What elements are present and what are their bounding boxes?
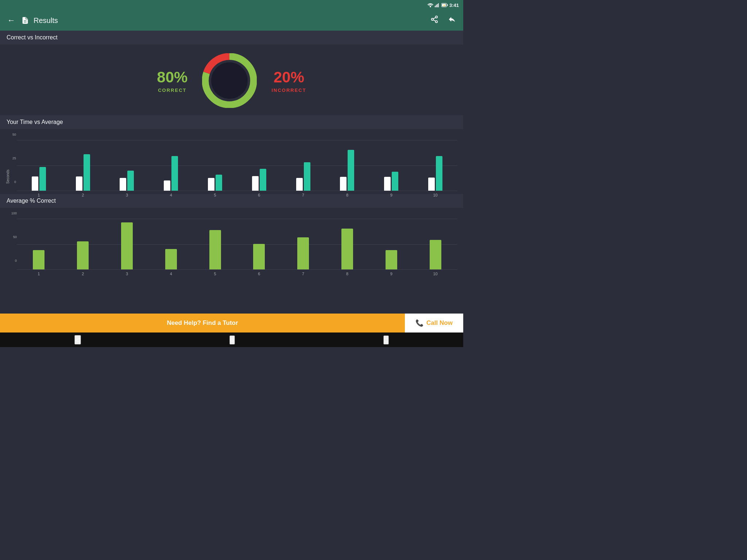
avg-chart-section: 100 50 0 1 2 3	[0, 208, 463, 273]
svg-rect-3	[437, 4, 438, 7]
avg-bar-2	[77, 241, 89, 269]
share-button[interactable]	[429, 14, 440, 27]
avg-bar-group-6: 6	[237, 244, 281, 269]
time-bar-teal-1	[39, 167, 46, 191]
signal-icon	[435, 3, 440, 7]
svg-point-13	[436, 21, 438, 23]
avg-chart-area: 100 50 0 1 2 3	[6, 211, 457, 270]
y-val-50: 50	[12, 133, 16, 136]
time-bar-teal-6	[260, 169, 266, 191]
avg-bar-4	[165, 249, 177, 269]
donut-chart	[202, 53, 257, 108]
avg-bar-label-8: 8	[346, 272, 348, 276]
avg-bar-label-3: 3	[126, 272, 128, 276]
call-now-text: Call Now	[426, 319, 453, 327]
time-bar-white-7	[296, 178, 303, 191]
share-icon	[430, 15, 438, 23]
avg-bar-label-6: 6	[258, 272, 260, 276]
correct-label-group: 80% CORRECT	[157, 69, 187, 93]
avg-bar-1	[33, 250, 44, 269]
time-bars-container: 1 2 3 4 5	[17, 140, 457, 191]
donut-inner	[211, 62, 248, 99]
top-bar-right	[429, 14, 457, 27]
incorrect-percent: 20%	[274, 69, 304, 86]
avg-bar-label-10: 10	[433, 272, 437, 276]
time-bar-white-8	[340, 177, 347, 191]
battery-icon: ⚡	[441, 3, 448, 7]
time-bar-label-7: 7	[302, 193, 304, 197]
time-bar-label-9: 9	[390, 193, 392, 197]
incorrect-sublabel: INCORRECT	[271, 88, 306, 93]
time-bar-white-5	[208, 178, 214, 191]
time-bar-group-10: 10	[413, 156, 457, 191]
reply-icon	[448, 15, 456, 23]
donut-section: 80% CORRECT 20% INCORRECT	[0, 44, 463, 115]
svg-rect-2	[436, 5, 437, 7]
avg-bar-6	[253, 244, 265, 269]
y-val-0-time: 0	[14, 180, 16, 184]
nav-home-button[interactable]: ○	[229, 335, 235, 345]
time-bar-group-6: 6	[237, 169, 281, 191]
correct-vs-incorrect-header: Correct vs Incorrect	[0, 31, 463, 44]
avg-bar-9	[386, 250, 397, 269]
avg-bar-10	[430, 240, 441, 269]
avg-bar-label-7: 7	[302, 272, 304, 276]
avg-correct-header: Average % Correct	[0, 194, 463, 208]
time-bar-white-3	[120, 178, 126, 191]
svg-rect-6	[447, 4, 448, 6]
time-bar-group-2: 2	[61, 154, 105, 191]
time-bar-label-1: 1	[38, 193, 40, 197]
avg-bar-7	[297, 237, 309, 269]
avg-y-val-100: 100	[11, 211, 17, 215]
time-bar-teal-3	[127, 171, 134, 191]
reply-button[interactable]	[446, 14, 457, 27]
time-bar-label-8: 8	[346, 193, 348, 197]
correct-sublabel: CORRECT	[158, 88, 186, 93]
avg-bar-group-3: 3	[105, 222, 149, 269]
time-bar-group-3: 3	[105, 171, 149, 191]
find-tutor-section: Need Help? Find a Tutor	[0, 314, 405, 332]
time-vs-average-header: Your Time vs Average	[0, 115, 463, 129]
correct-percent: 80%	[157, 69, 187, 86]
call-now-button[interactable]: 📞 Call Now	[405, 314, 463, 332]
svg-line-15	[433, 18, 436, 19]
top-bar-left: ← Results	[6, 14, 58, 27]
avg-bar-label-5: 5	[214, 272, 216, 276]
time-bar-teal-4	[171, 156, 178, 191]
wifi-icon	[427, 3, 433, 7]
nav-recent-button[interactable]: □	[383, 335, 389, 345]
avg-y-val-50: 50	[13, 235, 17, 239]
find-tutor-text: Need Help? Find a Tutor	[167, 319, 238, 327]
svg-point-12	[431, 18, 434, 20]
android-nav-bar: ◁ ○ □	[0, 332, 463, 347]
avg-bar-3	[121, 222, 133, 269]
svg-rect-4	[438, 3, 439, 7]
svg-point-11	[436, 16, 438, 18]
avg-bar-label-1: 1	[38, 272, 40, 276]
time-bar-group-1: 1	[17, 167, 61, 191]
time-bar-white-4	[164, 180, 170, 191]
time-bar-teal-10	[436, 156, 442, 191]
time-bar-white-6	[252, 176, 259, 191]
avg-bar-group-4: 4	[149, 249, 193, 269]
avg-bar-label-2: 2	[82, 272, 84, 276]
page-title: Results	[34, 16, 58, 25]
nav-back-button[interactable]: ◁	[74, 335, 81, 345]
time-bar-teal-5	[216, 175, 222, 191]
avg-bar-group-9: 9	[369, 250, 413, 269]
time-bar-group-5: 5	[193, 175, 237, 191]
avg-bar-8	[341, 229, 353, 269]
time-bar-white-10	[428, 178, 435, 191]
avg-bars-container: 1 2 3 4 5 6 7	[17, 219, 457, 270]
avg-bar-group-5: 5	[193, 230, 237, 269]
top-bar: ← Results	[0, 10, 463, 31]
bottom-action-bar: Need Help? Find a Tutor 📞 Call Now	[0, 314, 463, 332]
time-bar-white-9	[384, 177, 391, 191]
time-bar-label-10: 10	[433, 193, 437, 197]
time-bar-label-2: 2	[82, 193, 84, 197]
back-button[interactable]: ←	[6, 14, 17, 27]
status-bar: ⚡ 3:41	[0, 0, 463, 10]
avg-bar-group-2: 2	[61, 241, 105, 269]
svg-line-14	[433, 20, 436, 21]
time-bar-white-2	[76, 176, 82, 191]
